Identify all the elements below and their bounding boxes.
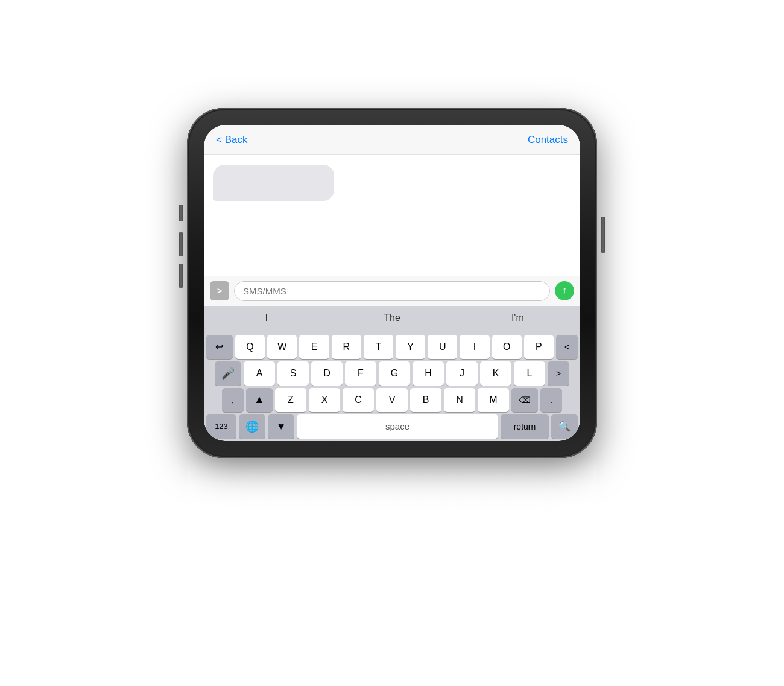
send-button[interactable]: ↑: [555, 281, 574, 300]
key-u[interactable]: U: [428, 335, 457, 359]
key-y[interactable]: Y: [396, 335, 425, 359]
backspace-icon: ⌫: [519, 395, 531, 405]
key-l[interactable]: L: [514, 361, 545, 386]
emoji-key[interactable]: ♥: [268, 414, 294, 439]
key-o[interactable]: O: [492, 335, 522, 359]
keyboard: ↩ Q W E R T Y U I O P <: [204, 331, 580, 441]
return-key[interactable]: return: [501, 414, 549, 439]
search-icon: 🔍: [558, 421, 571, 432]
numbers-key[interactable]: 123: [206, 414, 236, 439]
space-key[interactable]: space: [297, 414, 498, 439]
keyboard-row-bottom: 123 🌐 ♥ space return 🔍: [206, 414, 578, 439]
screen-bezel: < Back Contacts > ↑ I: [204, 125, 580, 441]
shift-key[interactable]: ▲: [246, 388, 273, 412]
key-j[interactable]: J: [446, 361, 478, 386]
predictive-word-2[interactable]: The: [329, 308, 455, 328]
key-d[interactable]: D: [311, 361, 343, 386]
key-c[interactable]: C: [343, 388, 374, 412]
period-key[interactable]: .: [540, 388, 562, 412]
send-icon: ↑: [562, 285, 567, 296]
predictive-word-1[interactable]: I: [204, 308, 329, 328]
arrow-right-key[interactable]: >: [548, 361, 569, 386]
arrow-left-icon: <: [564, 342, 569, 352]
key-e[interactable]: E: [299, 335, 329, 359]
volume-down-button: [179, 264, 183, 288]
key-q[interactable]: Q: [235, 335, 265, 359]
mic-key[interactable]: 🎤: [215, 361, 241, 386]
mic-icon: 🎤: [221, 367, 235, 380]
phone-body: < Back Contacts > ↑ I: [187, 108, 597, 458]
scene: < Back Contacts > ↑ I: [121, 11, 663, 675]
back-button[interactable]: < Back: [216, 134, 247, 146]
key-p[interactable]: P: [524, 335, 554, 359]
key-n[interactable]: N: [444, 388, 475, 412]
key-h[interactable]: H: [413, 361, 444, 386]
message-input[interactable]: [234, 281, 550, 301]
key-t[interactable]: T: [364, 335, 393, 359]
key-a[interactable]: A: [244, 361, 275, 386]
key-x[interactable]: X: [309, 388, 340, 412]
key-r[interactable]: R: [332, 335, 361, 359]
search-key[interactable]: 🔍: [551, 414, 578, 439]
key-z[interactable]: Z: [275, 388, 306, 412]
backspace-key[interactable]: ⌫: [511, 388, 538, 412]
key-g[interactable]: G: [379, 361, 410, 386]
globe-icon: 🌐: [245, 420, 259, 433]
key-k[interactable]: K: [480, 361, 511, 386]
shift-icon: ▲: [254, 393, 265, 406]
globe-key[interactable]: 🌐: [239, 414, 265, 439]
volume-up-button: [179, 232, 183, 256]
speech-bubble: [213, 165, 334, 201]
predictive-text-bar: I The I'm: [204, 306, 580, 331]
comma-key[interactable]: ,: [222, 388, 244, 412]
screen: < Back Contacts > ↑ I: [204, 125, 580, 441]
input-bar: > ↑: [204, 276, 580, 306]
arrow-left-key[interactable]: <: [556, 335, 578, 359]
power-button: [601, 217, 605, 253]
mute-button: [179, 205, 183, 221]
key-f[interactable]: F: [345, 361, 376, 386]
message-area: [204, 155, 580, 276]
key-w[interactable]: W: [267, 335, 297, 359]
arrow-right-icon: >: [556, 369, 561, 378]
key-v[interactable]: V: [376, 388, 408, 412]
key-b[interactable]: B: [410, 388, 441, 412]
predictive-word-3[interactable]: I'm: [455, 308, 580, 328]
keyboard-row-1: ↩ Q W E R T Y U I O P <: [206, 335, 578, 359]
volume-buttons: [179, 205, 183, 288]
key-s[interactable]: S: [277, 361, 309, 386]
key-i[interactable]: I: [460, 335, 489, 359]
phone-reflection: [187, 458, 597, 579]
reflection-fade: [187, 458, 597, 579]
navigation-bar: < Back Contacts: [204, 125, 580, 155]
undo-icon: ↩: [215, 341, 223, 352]
keyboard-row-3: , ▲ Z X C V B N M ⌫ .: [206, 388, 578, 412]
key-m[interactable]: M: [478, 388, 509, 412]
heart-icon: ♥: [278, 420, 285, 433]
chevron-button[interactable]: >: [210, 281, 229, 300]
keyboard-row-2: 🎤 A S D F G H J K L >: [206, 361, 578, 386]
contacts-button[interactable]: Contacts: [528, 134, 568, 146]
undo-key[interactable]: ↩: [206, 335, 233, 359]
